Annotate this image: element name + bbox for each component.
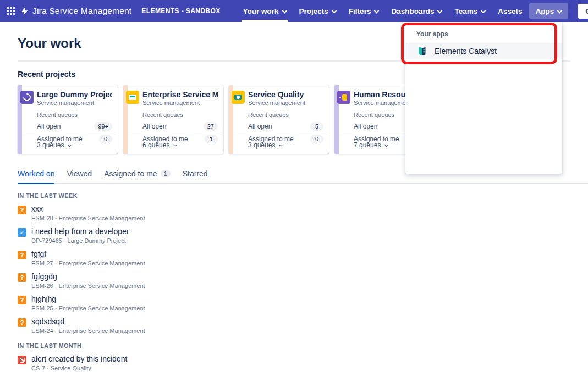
app-switcher-icon[interactable] bbox=[7, 4, 15, 18]
queues-dropdown-button[interactable]: 6 queues bbox=[128, 136, 223, 154]
work-section: IN THE LAST MONTH alert created by this … bbox=[18, 342, 570, 372]
nav-item[interactable]: Teams bbox=[448, 0, 492, 22]
chevron-down-icon bbox=[480, 8, 486, 14]
separator: · bbox=[55, 305, 57, 312]
chevron-down-icon bbox=[384, 143, 388, 147]
work-item[interactable]: alert created by this incident CS-7·Serv… bbox=[18, 354, 570, 371]
nav-item[interactable]: Filters bbox=[343, 0, 386, 22]
card-body: Service Quality Service management Recen… bbox=[248, 85, 329, 143]
separator: · bbox=[55, 215, 57, 221]
apps-menu-heading: Your apps bbox=[405, 22, 562, 43]
project-name-link[interactable]: Service Quality bbox=[248, 91, 323, 99]
nav-item[interactable]: Your work bbox=[237, 0, 293, 22]
queue-link[interactable]: All open bbox=[142, 123, 166, 130]
issue-project: Enterprise Service Management bbox=[58, 305, 145, 312]
issue-title-link[interactable]: hjghjhg bbox=[31, 295, 145, 303]
work-item[interactable]: sqdsdsqd ESM-24·Enterprise Service Manag… bbox=[18, 317, 570, 334]
queue-link[interactable]: All open bbox=[248, 123, 272, 130]
jsm-bolt-logo-icon bbox=[20, 7, 29, 16]
nav-item[interactable]: Dashboards bbox=[385, 0, 448, 22]
project-card[interactable]: Enterprise Service Manage... Service man… bbox=[123, 85, 223, 154]
work-item[interactable]: fgfggdg ESM-26·Enterprise Service Manage… bbox=[18, 272, 570, 289]
work-item[interactable]: xxx ESM-28·Enterprise Service Management bbox=[18, 204, 570, 221]
tab-count-badge: 1 bbox=[161, 170, 171, 177]
nav-item-label: Your work bbox=[243, 7, 279, 15]
separator: · bbox=[55, 260, 57, 266]
queues-dropdown-button[interactable]: 3 queues bbox=[233, 136, 328, 154]
tab[interactable]: Assigned to me 1 bbox=[104, 169, 171, 184]
queue-count-badge: 27 bbox=[204, 122, 218, 131]
chevron-down-icon bbox=[331, 8, 337, 14]
work-section: IN THE LAST WEEK xxx ESM-28·Enterprise S… bbox=[18, 192, 570, 334]
nav-item[interactable]: Assets bbox=[492, 0, 528, 22]
product-name: Jira Service Management bbox=[32, 6, 131, 16]
project-name-link[interactable]: Large Dummy Project bbox=[37, 91, 112, 99]
top-navigation-bar: Jira Service Management ELEMENTS - SANDB… bbox=[0, 0, 588, 22]
issue-key: CS-7 bbox=[31, 365, 45, 371]
issue-title-link[interactable]: i need help from a developer bbox=[31, 227, 129, 236]
section-heading: IN THE LAST MONTH bbox=[18, 342, 570, 349]
work-item[interactable]: fgfgf ESM-27·Enterprise Service Manageme… bbox=[18, 249, 570, 266]
tab[interactable]: Viewed bbox=[67, 169, 92, 184]
issue-meta: DP-729465·Large Dummy Project bbox=[31, 237, 129, 244]
nav-item-label: Teams bbox=[454, 7, 477, 15]
nav-item[interactable]: Projects bbox=[293, 0, 343, 22]
issue-type-icon bbox=[18, 228, 26, 237]
issue-type-icon bbox=[18, 251, 26, 259]
product-home-link[interactable]: Jira Service Management bbox=[20, 6, 131, 16]
separator: · bbox=[55, 327, 57, 334]
recent-queues-label: Recent queues bbox=[37, 112, 112, 118]
chevron-down-icon bbox=[282, 8, 287, 14]
work-item[interactable]: i need help from a developer DP-729465·L… bbox=[18, 227, 570, 244]
issue-project: Large Dummy Project bbox=[67, 237, 125, 244]
tab-label: Starred bbox=[183, 169, 208, 178]
chevron-down-icon bbox=[67, 143, 72, 147]
queues-dropdown-button[interactable]: 3 queues bbox=[22, 136, 117, 154]
recent-queues-label: Recent queues bbox=[248, 112, 323, 118]
project-avatar-icon bbox=[337, 91, 350, 104]
worked-on-list: IN THE LAST WEEK xxx ESM-28·Enterprise S… bbox=[18, 192, 570, 372]
queue-link[interactable]: All open bbox=[37, 123, 61, 130]
section-items: alert created by this incident CS-7·Serv… bbox=[18, 354, 570, 372]
work-item[interactable]: hjghjhg ESM-25·Enterprise Service Manage… bbox=[18, 295, 570, 312]
queue-link[interactable]: All open bbox=[354, 123, 377, 130]
issue-key: DP-729465 bbox=[31, 237, 62, 244]
nav-item[interactable]: Apps bbox=[529, 3, 568, 19]
issue-title-link[interactable]: fgfgf bbox=[31, 249, 145, 258]
issue-key: ESM-27 bbox=[31, 260, 53, 266]
issue-title-link[interactable]: sqdsdsqd bbox=[31, 317, 145, 326]
project-card[interactable]: Large Dummy Project Service management R… bbox=[18, 85, 118, 154]
queue-row[interactable]: All open 27 bbox=[142, 122, 218, 131]
issue-title-link[interactable]: alert created by this incident bbox=[31, 354, 127, 363]
queues-dropdown-label: 6 queues bbox=[142, 141, 169, 149]
recent-queues-label: Recent queues bbox=[142, 112, 218, 118]
issue-meta: ESM-25·Enterprise Service Management bbox=[31, 305, 145, 312]
create-button[interactable]: Create bbox=[578, 4, 588, 19]
project-avatar-icon bbox=[126, 91, 139, 104]
issue-project: Enterprise Service Management bbox=[58, 327, 145, 334]
tab[interactable]: Worked on bbox=[18, 169, 54, 184]
section-items: xxx ESM-28·Enterprise Service Management… bbox=[18, 204, 570, 334]
project-card[interactable]: Service Quality Service management Recen… bbox=[229, 85, 329, 154]
issue-type-icon bbox=[18, 356, 26, 364]
separator: · bbox=[64, 237, 66, 244]
site-name: ELEMENTS - SANDBOX bbox=[141, 7, 220, 15]
queue-row[interactable]: All open 99+ bbox=[37, 122, 112, 131]
issue-title-link[interactable]: fgfggdg bbox=[31, 272, 145, 281]
queue-row[interactable]: All open 5 bbox=[248, 122, 323, 131]
issue-type-icon bbox=[18, 296, 26, 304]
tab-label: Viewed bbox=[67, 169, 92, 178]
tab[interactable]: Starred bbox=[183, 169, 208, 184]
issue-type-icon bbox=[18, 318, 26, 327]
item-text: xxx ESM-28·Enterprise Service Management bbox=[31, 204, 145, 221]
project-type: Service management bbox=[248, 99, 323, 106]
apps-menu-item[interactable]: Elements Catalyst bbox=[405, 43, 562, 59]
card-body: Large Dummy Project Service management R… bbox=[37, 85, 118, 143]
issue-title-link[interactable]: xxx bbox=[31, 204, 145, 213]
project-name-link[interactable]: Enterprise Service Manage... bbox=[142, 91, 218, 99]
item-text: hjghjhg ESM-25·Enterprise Service Manage… bbox=[31, 295, 145, 312]
issue-key: ESM-24 bbox=[31, 327, 53, 334]
issue-meta: ESM-26·Enterprise Service Management bbox=[31, 282, 145, 289]
nav-item-label: Filters bbox=[349, 7, 371, 15]
nav-item-label: Assets bbox=[498, 7, 522, 15]
